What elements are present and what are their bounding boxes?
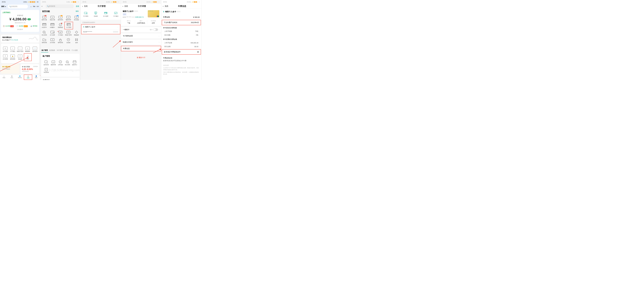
currency-toggle[interactable]: ¥ $ bbox=[28, 18, 31, 20]
tab-finance[interactable]: 📋金融 bbox=[24, 74, 32, 80]
card-number: 6226******** bbox=[83, 31, 92, 33]
promo-wealth[interactable]: ◈ 银行理财查看更多 4.20~8.50% 业绩比较基准 bbox=[20, 64, 39, 74]
top-card-query[interactable]: 卡片查询 bbox=[81, 10, 91, 18]
edit-button[interactable]: 编辑 bbox=[76, 10, 79, 12]
note-text-2: 2.所计消费笔数未包含预借现金、各种息费、分期撤销及预授权等交易。 bbox=[161, 71, 202, 75]
cat-tab-card[interactable]: 卡片管理 bbox=[56, 48, 63, 52]
cat-tab-personal[interactable]: 个人信息 bbox=[71, 48, 78, 52]
svg-line-59 bbox=[87, 14, 87, 14]
fn-points-query[interactable]: 积分查询 bbox=[40, 29, 48, 37]
fn-sub-card-mgmt[interactable]: 附属卡管理 bbox=[64, 29, 72, 37]
top-apply-progress[interactable]: 办卡进度 bbox=[101, 10, 111, 18]
back-button[interactable]: ‹ bbox=[122, 5, 123, 8]
fn-apply-progress[interactable]: 办卡进度 bbox=[48, 29, 56, 37]
pay-icon[interactable]: 支付 bbox=[36, 6, 39, 7]
fn-all[interactable]: 全部 bbox=[72, 37, 80, 44]
fn-apply-savings[interactable]: 办储蓄卡 bbox=[48, 22, 56, 29]
search-input[interactable]: 🔍 笔笔返现 bbox=[8, 5, 28, 8]
top-card-activate[interactable]: 卡片激活 bbox=[111, 10, 121, 18]
location-picker[interactable]: 深圳 bbox=[1, 6, 4, 8]
added-cards-label: 已添加的民生信用卡 bbox=[81, 20, 121, 24]
quickpay-row[interactable]: 快捷支付签约› bbox=[121, 40, 161, 44]
fn-limit-mgmt[interactable]: ¥额度管理 bbox=[64, 14, 72, 22]
fn-card-mgmt[interactable]: 卡片管理 bbox=[64, 22, 73, 29]
top-security-lock[interactable]: 安全锁 bbox=[91, 10, 101, 18]
repay-button[interactable]: 📄 去还款 减7元 bbox=[16, 25, 28, 27]
status-icons: 144K/s⚡ 📶 📶 📶 ᯤ 90 bbox=[23, 1, 38, 3]
count-section-label: 本年度目前消费笔数 bbox=[161, 26, 202, 30]
svg-text:折扣: 折扣 bbox=[45, 16, 46, 16]
search-input[interactable]: 🔍 笔笔返现 bbox=[46, 4, 74, 8]
fn-pwd-mgmt[interactable]: 密码管理 bbox=[56, 37, 64, 44]
lock-card-row[interactable]: 一键锁卡 锁卡› bbox=[121, 27, 161, 32]
icon-security-lock[interactable]: 🛡安全锁 bbox=[16, 53, 24, 61]
policy-label: 年费减免政策 bbox=[161, 56, 202, 60]
icon-pay-mgmt[interactable]: ¥支付管理 bbox=[2, 53, 9, 61]
nav-bar: ‹ 关闭 年费信息 bbox=[161, 4, 202, 9]
status-bar: 20:0134.6K/s ⚡ 📶 📶 ᯤ ▭ bbox=[161, 0, 202, 4]
tab-dream[interactable]: 🌐星梦想 bbox=[16, 74, 24, 80]
am-bill-query[interactable]: 账单查询 bbox=[43, 59, 50, 67]
svg-text:¥: ¥ bbox=[52, 39, 53, 40]
close-button[interactable]: 关闭 bbox=[84, 5, 88, 8]
promo-installment[interactable]: ◈ 分期专区 多样分期随选 bbox=[1, 64, 20, 74]
fn-wealth-channel[interactable]: ¥理财频道 bbox=[56, 22, 64, 29]
fn-value-added[interactable]: 增值服务 bbox=[72, 29, 80, 37]
next-fee-row: 下次年费产生时间2022年4月 bbox=[162, 20, 201, 25]
lock-toggle[interactable] bbox=[154, 28, 158, 31]
back-button[interactable]: ‹ bbox=[82, 5, 83, 8]
installment-button[interactable]: 📋 去分期 立减 bbox=[3, 25, 14, 27]
am-points-query[interactable]: 积分查询 bbox=[64, 59, 71, 67]
fn-flex-repay[interactable]: 分期灵活还款 bbox=[72, 14, 80, 22]
pwd-setting-row[interactable]: 卡片密码设置› bbox=[121, 34, 161, 38]
cat-tab-credit[interactable]: 信贷服务 bbox=[48, 48, 56, 52]
fn-apply-credit[interactable]: 办信用卡 bbox=[40, 22, 48, 29]
details-button[interactable]: 📊 查明细 bbox=[30, 25, 37, 27]
back-button[interactable]: ‹ bbox=[42, 5, 42, 8]
close-button[interactable]: 关闭 bbox=[164, 5, 168, 8]
cny-amount-row: 人民币金额¥46,680.39 bbox=[161, 41, 202, 45]
fn-profile-mgmt[interactable]: 资料管理 bbox=[40, 37, 48, 44]
delete-card-button[interactable]: 🗑 删除卡片 bbox=[121, 56, 161, 59]
svg-point-38 bbox=[77, 39, 78, 40]
fn-cash-installment[interactable]: ¥现金分期 bbox=[48, 14, 56, 22]
icon-pwd-mgmt[interactable]: 🔒密码管理 bbox=[9, 53, 16, 61]
tab-mine[interactable]: 👤我的 bbox=[32, 74, 40, 80]
icon-value-added[interactable]: ◇增值服务 bbox=[24, 46, 31, 53]
card-item[interactable]: S 银联个人金卡 › 6226******** bbox=[81, 24, 120, 34]
back-button[interactable]: ‹ bbox=[163, 5, 164, 8]
cat-tab-paysec[interactable]: 支付安全 bbox=[64, 48, 71, 52]
fn-pay-mgmt[interactable]: ¥支付管理 bbox=[48, 37, 56, 44]
icon-card-activate[interactable]: ✓卡片激活 bbox=[9, 46, 16, 53]
svg-text:¥: ¥ bbox=[60, 24, 61, 26]
unionpay-logo-icon: S bbox=[163, 10, 164, 12]
annual-fee-row[interactable]: 年费信息› bbox=[121, 46, 161, 51]
am-repay-now[interactable]: ¥立即还款 bbox=[57, 59, 64, 67]
currency-label: 人民币/美元 bbox=[2, 12, 38, 14]
voice-icon[interactable]: ⌂ bbox=[30, 6, 32, 8]
fn-security-lock[interactable]: 安全锁 bbox=[64, 37, 72, 44]
svg-point-39 bbox=[75, 40, 76, 41]
icon-office-progress[interactable]: ⏱办卡进度 bbox=[2, 46, 9, 53]
spending-summary[interactable]: 我的消费总结 比上月减少了 ¥ 5,716.00 bbox=[1, 35, 39, 42]
am-change-bill-day[interactable]: 改账单日 bbox=[71, 59, 78, 67]
icon-all[interactable]: ⚏全部 bbox=[24, 53, 32, 61]
due-date-label: (最后还款日2.10) bbox=[2, 22, 38, 24]
am-limit-mgmt[interactable]: ¥额度管理 bbox=[50, 59, 57, 67]
headset-icon[interactable]: 客服 bbox=[33, 6, 35, 7]
fn-bill-installment[interactable]: ¥折扣账单分期 bbox=[40, 14, 48, 22]
tab-life[interactable]: ☕生活 bbox=[8, 74, 16, 80]
close-button[interactable]: 关闭 bbox=[124, 5, 128, 8]
svg-rect-23 bbox=[67, 23, 70, 26]
fn-bill-query[interactable]: ¥记录账单查询 bbox=[56, 14, 64, 22]
svg-point-58 bbox=[86, 13, 87, 14]
fn-card-activate[interactable]: 卡片激活 bbox=[56, 29, 64, 37]
search-button[interactable]: 搜索 bbox=[76, 5, 79, 8]
icon-profile-mgmt[interactable]: 📄资料管理 bbox=[31, 46, 39, 53]
cat-tab-account[interactable]: 账户管理 bbox=[41, 48, 48, 52]
view-full-number[interactable]: 查看完整卡号 bbox=[135, 16, 144, 18]
tab-featured[interactable]: ◇精选 bbox=[0, 74, 8, 80]
icon-sub-card[interactable]: ♡附属卡管理 bbox=[16, 46, 24, 53]
masked-suffix bbox=[113, 31, 118, 32]
arrow-annotation bbox=[112, 40, 121, 48]
